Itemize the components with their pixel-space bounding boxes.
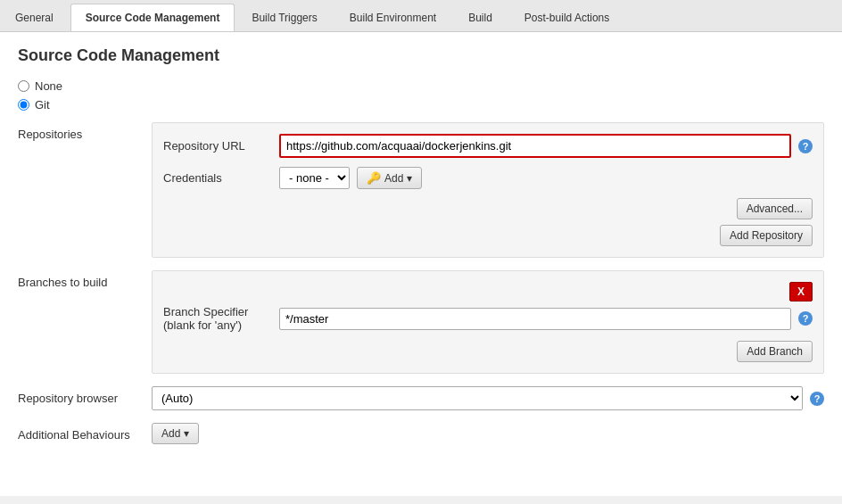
repo-browser-control: (Auto) ? [152,386,824,410]
delete-branch-row: X [163,282,813,302]
tab-build-triggers[interactable]: Build Triggers [236,4,332,31]
advanced-button[interactable]: Advanced... [737,198,813,219]
credentials-add-button[interactable]: 🔑 Add ▾ [357,167,422,189]
branch-specifier-input[interactable] [279,308,791,330]
repository-url-input[interactable] [279,134,791,158]
repositories-content: Repository URL ? Credentials - none - 🔑 … [152,122,824,258]
add-repository-button[interactable]: Add Repository [720,225,813,246]
branch-specifier-row: Branch Specifier (blank for 'any') ? [163,305,813,332]
credentials-label: Credentials [163,171,279,185]
radio-git[interactable] [18,99,29,111]
branch-specifier-label: Branch Specifier (blank for 'any') [163,305,279,332]
branches-section: Branches to build X Branch Specifier (bl… [18,270,824,374]
tab-build[interactable]: Build [453,4,508,31]
repo-browser-select[interactable]: (Auto) [152,386,803,410]
page-title: Source Code Management [18,46,824,65]
credentials-row: Credentials - none - 🔑 Add ▾ [163,167,813,189]
scm-radio-group: None Git [18,79,824,112]
tab-source-code-management[interactable]: Source Code Management [70,4,235,31]
credentials-control: - none - 🔑 Add ▾ [279,167,813,189]
additional-behaviours-label: Additional Behaviours [18,423,152,442]
repo-browser-help-icon[interactable]: ? [810,392,824,406]
radio-none-option[interactable]: None [18,79,824,93]
radio-git-label: Git [35,98,50,112]
additional-behaviours-dropdown-arrow: ▾ [184,427,189,440]
repositories-section: Repositories Repository URL ? Credential… [18,122,824,258]
repo-browser-section: Repository browser (Auto) ? [18,386,824,410]
branches-label: Branches to build [18,270,152,289]
tab-build-environment[interactable]: Build Environment [334,4,451,31]
radio-git-option[interactable]: Git [18,98,824,112]
branches-content: X Branch Specifier (blank for 'any') ? A… [152,270,824,374]
additional-behaviours-add-button[interactable]: Add ▾ [152,423,199,444]
credentials-select[interactable]: - none - [279,167,350,189]
repository-url-control: ? [279,134,813,158]
tab-general[interactable]: General [0,4,69,31]
repository-url-row: Repository URL ? [163,134,813,158]
advanced-btn-row: Advanced... [163,198,813,219]
repository-url-label: Repository URL [163,139,279,153]
key-icon: 🔑 [367,171,381,185]
add-branch-button[interactable]: Add Branch [737,341,813,362]
repo-browser-label: Repository browser [18,386,152,405]
main-content: Source Code Management None Git Reposito… [0,32,842,496]
radio-none-label: None [35,79,62,93]
tab-post-build-actions[interactable]: Post-build Actions [509,4,624,31]
additional-behaviours-add-label: Add [161,427,180,440]
radio-none[interactable] [18,80,29,92]
branch-specifier-help-icon[interactable]: ? [798,311,813,326]
branch-specifier-control: ? [279,308,813,330]
repository-url-help-icon[interactable]: ? [798,139,813,153]
delete-branch-button[interactable]: X [789,282,813,302]
add-repository-btn-row: Add Repository [163,225,813,246]
additional-behaviours-control: Add ▾ [152,423,199,444]
repositories-label: Repositories [18,122,152,141]
additional-behaviours-section: Additional Behaviours Add ▾ [18,423,824,444]
credentials-add-dropdown-arrow: ▾ [407,172,412,185]
tabs-bar: General Source Code Management Build Tri… [0,0,842,32]
credentials-add-label: Add [384,172,403,185]
add-branch-btn-row: Add Branch [163,341,813,362]
